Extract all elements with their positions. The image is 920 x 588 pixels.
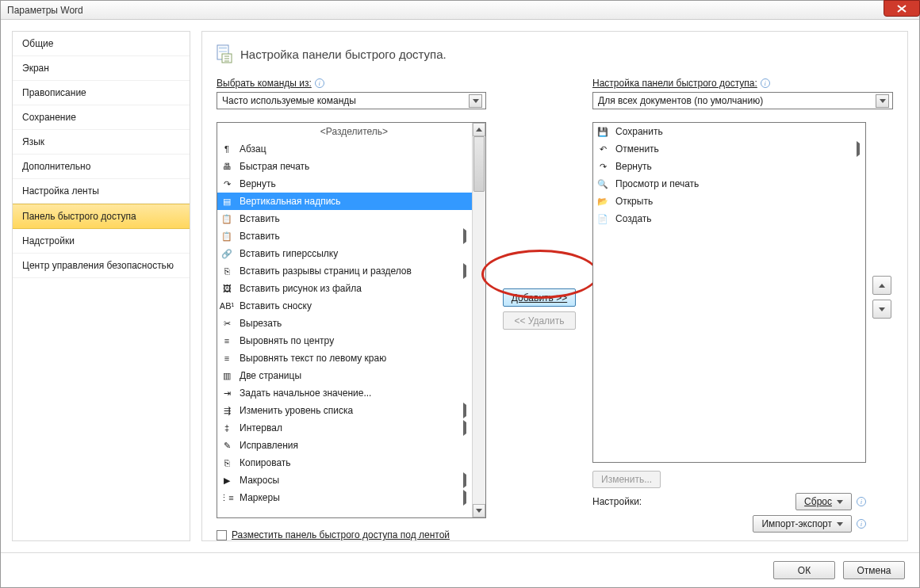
cancel-button[interactable]: Отмена: [843, 561, 905, 579]
command-label: Просмотр и печать: [615, 178, 862, 189]
scroll-up-button[interactable]: [473, 123, 485, 136]
sidebar-item[interactable]: Центр управления безопасностью: [13, 254, 190, 278]
qat-scope-dropdown[interactable]: Для всех документов (по умолчанию): [592, 92, 893, 109]
scroll-down-button[interactable]: [473, 504, 485, 517]
command-icon: 📋: [220, 212, 233, 225]
command-label: <Разделитель>: [240, 126, 469, 137]
info-icon[interactable]: i: [857, 497, 866, 506]
svg-rect-2: [219, 51, 227, 52]
command-icon: ↶: [596, 143, 609, 155]
list-item[interactable]: ✎Исправления: [217, 437, 472, 454]
info-icon[interactable]: i: [857, 519, 866, 529]
list-item[interactable]: ▤Вертикальная надпись: [217, 193, 472, 210]
command-icon: 📄: [596, 212, 609, 225]
list-item[interactable]: ≡Выровнять по центру: [217, 332, 472, 349]
command-icon: ⋮≡: [220, 491, 233, 504]
show-below-ribbon-checkbox[interactable]: [217, 530, 227, 540]
command-icon: AB¹: [220, 300, 233, 312]
list-item[interactable]: 🖼Вставить рисунок из файла: [217, 280, 472, 297]
list-item[interactable]: ↷Вернуть: [217, 175, 472, 193]
command-label: Сохранить: [615, 126, 862, 137]
list-item[interactable]: ↶Отменить: [593, 140, 865, 158]
transfer-buttons-column: Добавить >> << Удалить: [496, 78, 583, 540]
list-item[interactable]: 📂Открыть: [593, 193, 865, 210]
list-item[interactable]: ▶Макросы: [217, 472, 472, 489]
sidebar-item[interactable]: Настройка ленты: [13, 179, 190, 204]
scroll-track[interactable]: [473, 136, 485, 504]
dialog-body: ОбщиеЭкранПравописаниеСохранениеЯзыкДопо…: [1, 20, 919, 552]
import-export-button[interactable]: Импорт-экспорт: [753, 515, 852, 533]
list-item[interactable]: ⇥Задать начальное значение...: [217, 384, 472, 402]
sidebar-item[interactable]: Язык: [13, 130, 190, 155]
sidebar-item[interactable]: Надстройки: [13, 229, 190, 254]
info-icon[interactable]: i: [315, 78, 324, 88]
list-item[interactable]: ⇶Изменить уровень списка: [217, 402, 472, 419]
modify-row: Изменить...: [592, 471, 866, 488]
list-item[interactable]: 🔗Вставить гиперссылку: [217, 245, 472, 262]
modify-button: Изменить...: [592, 471, 661, 488]
sidebar-item[interactable]: Общие: [13, 32, 190, 56]
command-label: Изменить уровень списка: [240, 405, 454, 416]
category-sidebar: ОбщиеЭкранПравописаниеСохранениеЯзыкДопо…: [12, 31, 190, 541]
reset-button[interactable]: Сброс: [795, 493, 852, 510]
info-icon[interactable]: i: [761, 78, 770, 88]
qat-commands-listbox[interactable]: 💾Сохранить↶Отменить↷Вернуть🔍Просмотр и п…: [592, 122, 866, 463]
command-label: Выровнять текст по левому краю: [240, 353, 469, 364]
command-icon: ⎘: [220, 265, 233, 277]
sidebar-item[interactable]: Правописание: [13, 81, 190, 105]
command-icon: ≡: [220, 334, 233, 347]
customize-qat-label: Настройка панели быстрого доступа: i: [592, 78, 893, 89]
list-item[interactable]: ▥Две страницы: [217, 367, 472, 384]
command-label: Вернуть: [615, 161, 862, 172]
list-item[interactable]: 🔍Просмотр и печать: [593, 175, 865, 193]
submenu-indicator-icon: [461, 265, 469, 277]
submenu-indicator-icon: [461, 492, 469, 503]
list-item[interactable]: ⋮≡Маркеры: [217, 489, 472, 506]
ok-button[interactable]: ОК: [773, 561, 835, 579]
command-icon: [220, 125, 233, 138]
submenu-indicator-icon: [854, 143, 862, 155]
list-item[interactable]: 📋Вставить: [217, 210, 472, 227]
list-item[interactable]: 💾Сохранить: [593, 123, 865, 140]
list-item[interactable]: ≡Выровнять текст по левому краю: [217, 349, 472, 367]
scroll-thumb[interactable]: [473, 136, 485, 192]
list-item[interactable]: ⎘Копировать: [217, 454, 472, 472]
sidebar-item[interactable]: Экран: [13, 56, 190, 81]
command-icon: 📋: [220, 230, 233, 242]
command-icon: ↷: [596, 160, 609, 173]
commands-source-dropdown[interactable]: Часто используемые команды: [217, 92, 486, 109]
command-label: Создать: [615, 213, 862, 224]
move-down-button[interactable]: [872, 300, 891, 319]
list-item[interactable]: <Разделитель>: [217, 123, 472, 140]
command-icon: 📂: [596, 195, 609, 208]
checkbox-label: Разместить панель быстрого доступа под л…: [232, 529, 450, 540]
command-icon: ‡: [220, 422, 233, 434]
list-item[interactable]: ↷Вернуть: [593, 158, 865, 175]
list-item[interactable]: ¶Абзац: [217, 140, 472, 158]
command-label: Отменить: [615, 143, 848, 155]
list-item[interactable]: ✂Вырезать: [217, 315, 472, 332]
reorder-controls: [872, 276, 891, 319]
scrollbar[interactable]: [472, 123, 485, 517]
dialog-footer: ОК Отмена: [1, 552, 919, 587]
command-icon: 🖶: [220, 160, 233, 173]
chevron-down-icon: [876, 94, 889, 108]
list-item[interactable]: ‡Интервал: [217, 419, 472, 437]
move-up-button[interactable]: [872, 276, 891, 295]
command-label: Копировать: [240, 457, 469, 468]
add-button[interactable]: Добавить >>: [503, 288, 576, 307]
list-item[interactable]: 🖶Быстрая печать: [217, 158, 472, 175]
list-item[interactable]: ⎘Вставить разрывы страниц и разделов: [217, 262, 472, 280]
command-icon: 🔍: [596, 178, 609, 190]
dropdown-value: Часто используемые команды: [222, 95, 356, 106]
available-commands-listbox[interactable]: <Разделитель>¶Абзац🖶Быстрая печать↷Верну…: [217, 122, 486, 518]
sidebar-item[interactable]: Панель быстрого доступа: [13, 204, 190, 229]
list-item[interactable]: AB¹Вставить сноску: [217, 297, 472, 315]
command-icon: 🔗: [220, 247, 233, 260]
sidebar-item[interactable]: Сохранение: [13, 105, 190, 130]
list-item[interactable]: 📄Создать: [593, 210, 865, 227]
window-close-button[interactable]: [884, 0, 920, 17]
list-item[interactable]: 📋Вставить: [217, 227, 472, 245]
command-icon: ▥: [220, 369, 233, 382]
sidebar-item[interactable]: Дополнительно: [13, 155, 190, 179]
